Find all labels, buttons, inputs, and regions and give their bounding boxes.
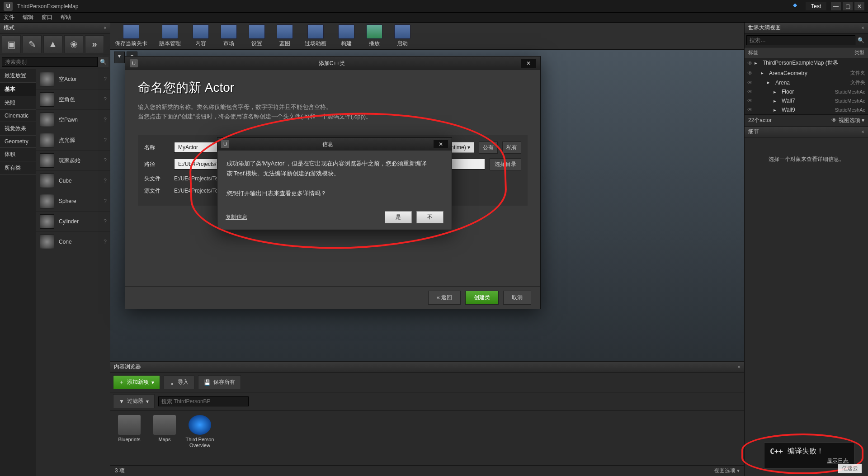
filters-button[interactable]: ▼过滤器▾ [113, 394, 155, 408]
placer-item[interactable]: Sphere? [36, 191, 110, 212]
paint-mode-button[interactable]: ✎ [23, 35, 42, 53]
close-icon[interactable]: ✕ [854, 2, 864, 10]
placer-item[interactable]: Cube? [36, 171, 110, 191]
menu-edit[interactable]: 编辑 [23, 14, 33, 21]
asset-item[interactable]: Maps [150, 415, 179, 461]
help-icon[interactable]: ? [104, 239, 107, 245]
outliner-search-input[interactable] [746, 35, 855, 45]
class-name-input[interactable] [174, 142, 224, 153]
search-icon[interactable]: 🔍 [855, 35, 866, 45]
minimize-icon[interactable]: — [831, 2, 841, 10]
placer-item[interactable]: 点光源? [36, 130, 110, 151]
play-button[interactable]: 播放 [366, 24, 382, 47]
add-new-button[interactable]: ＋添加新项▾ [113, 375, 160, 389]
more-modes-button[interactable]: » [85, 35, 104, 53]
outliner-viewopt[interactable]: 👁 视图选项 ▾ [831, 117, 864, 124]
eye-icon[interactable]: 👁 [747, 98, 755, 104]
help-icon[interactable]: ? [104, 198, 107, 204]
eye-icon[interactable]: 👁 [747, 107, 755, 113]
cat-geometry[interactable]: Geometry [0, 136, 36, 148]
private-button[interactable]: 私有 [502, 141, 521, 154]
placer-item[interactable]: 空Actor? [36, 69, 110, 90]
placer-item[interactable]: Cylinder? [36, 212, 110, 232]
version-button[interactable]: 版本管理 [159, 24, 181, 47]
choose-dir-button[interactable]: 选择目录 [490, 158, 521, 170]
build-button[interactable]: 构建 [338, 24, 354, 47]
save-button[interactable]: 保存当前关卡 [115, 24, 147, 47]
public-button[interactable]: 公有 [479, 141, 498, 154]
menu-window[interactable]: 窗口 [42, 14, 52, 21]
outliner-row[interactable]: 👁▸ThirdPersonExampleMap (世界 [745, 58, 868, 68]
create-class-button[interactable]: 创建类 [465, 291, 499, 305]
menu-help[interactable]: 帮助 [61, 14, 71, 21]
placer-search-input[interactable] [2, 57, 98, 67]
placer-item[interactable]: 玩家起始? [36, 151, 110, 171]
placer-item[interactable]: 空Pawn? [36, 110, 110, 130]
search-icon[interactable]: 🔍 [98, 57, 108, 67]
landscape-mode-button[interactable]: ▲ [43, 35, 62, 53]
close-icon[interactable]: × [737, 364, 741, 370]
menu-file[interactable]: 文件 [4, 14, 14, 21]
maximize-icon[interactable]: ▢ [843, 2, 853, 10]
close-icon[interactable]: × [104, 25, 107, 31]
close-icon[interactable]: × [861, 25, 864, 31]
foliage-mode-button[interactable]: ❀ [64, 35, 83, 53]
placer-item[interactable]: Cone? [36, 232, 110, 252]
col-label[interactable]: 标签 [748, 49, 854, 56]
eye-icon[interactable]: 👁 [747, 70, 755, 76]
cb-viewopt[interactable]: 视图选项 ▾ [714, 467, 740, 475]
cinematic-button[interactable]: 过场动画 [305, 24, 326, 47]
import-button[interactable]: ⭳导入 [164, 375, 194, 389]
content-button[interactable]: 内容 [193, 24, 209, 47]
placer-item[interactable]: 空角色? [36, 90, 110, 110]
help-icon[interactable]: ? [104, 157, 107, 164]
help-icon[interactable]: ? [104, 96, 107, 103]
marketplace-icon[interactable]: ◆ [793, 2, 802, 11]
cat-lighting[interactable]: 光照 [0, 96, 36, 110]
eye-icon[interactable]: 👁 [747, 60, 755, 66]
thumb-icon [40, 174, 54, 188]
cat-recent[interactable]: 最近放置 [0, 69, 36, 83]
no-button[interactable]: 不 [416, 211, 443, 223]
settings-button[interactable]: 设置 [249, 24, 265, 47]
asset-item[interactable]: Third Person Overview [185, 415, 214, 461]
save-all-button[interactable]: 💾保存所有 [198, 375, 241, 389]
help-icon[interactable]: ? [104, 117, 107, 123]
outliner-row[interactable]: 👁▸Wall7StaticMeshAc [745, 96, 868, 105]
close-icon[interactable]: ✕ [521, 59, 536, 68]
help-icon[interactable]: ? [104, 137, 107, 143]
outliner-row[interactable]: 👁▸ArenaGeometry文件夹 [745, 68, 868, 78]
outliner-row[interactable]: 👁▸Arena文件夹 [745, 78, 868, 87]
market-button[interactable]: 市场 [221, 24, 237, 47]
help-icon[interactable]: ? [104, 178, 107, 184]
yes-button[interactable]: 是 [385, 211, 412, 223]
close-icon[interactable]: ✕ [434, 140, 448, 148]
cat-basic[interactable]: 基本 [0, 83, 36, 96]
close-icon[interactable]: × [861, 129, 864, 135]
launch-button[interactable]: 启动 [394, 24, 410, 47]
copy-info-link[interactable]: 复制信息 [226, 213, 247, 221]
place-mode-button[interactable]: ▣ [2, 35, 21, 53]
outliner-row[interactable]: 👁▸Wall9StaticMeshAc [745, 105, 868, 114]
cat-volumes[interactable]: 体积 [0, 148, 36, 161]
cpp-icon: C++ [770, 447, 783, 456]
asset-item[interactable]: Blueprints [115, 415, 144, 461]
blueprint-button[interactable]: 蓝图 [277, 24, 293, 47]
modes-panel-title: 模式 [4, 24, 14, 32]
help-icon[interactable]: ? [104, 76, 107, 82]
outliner-row[interactable]: 👁▸FloorStaticMeshAc [745, 87, 868, 96]
eye-icon[interactable]: 👁 [747, 80, 755, 86]
cat-cinematic[interactable]: Cinematic [0, 110, 36, 122]
actor-icon: ▸ [767, 80, 774, 85]
cancel-button[interactable]: 取消 [503, 291, 531, 305]
viewport-view-button[interactable]: ▾ [114, 52, 125, 63]
cat-all[interactable]: 所有类 [0, 161, 36, 175]
back-button[interactable]: « 返回 [428, 291, 461, 305]
cat-vfx[interactable]: 视觉效果 [0, 122, 36, 136]
actor-type: StaticMeshAc [835, 89, 865, 94]
help-icon[interactable]: ? [104, 218, 107, 225]
content-search-input[interactable] [158, 396, 249, 406]
col-type[interactable]: 类型 [854, 49, 864, 56]
show-log-link[interactable]: 显示日志 [770, 457, 849, 465]
eye-icon[interactable]: 👁 [747, 89, 755, 95]
